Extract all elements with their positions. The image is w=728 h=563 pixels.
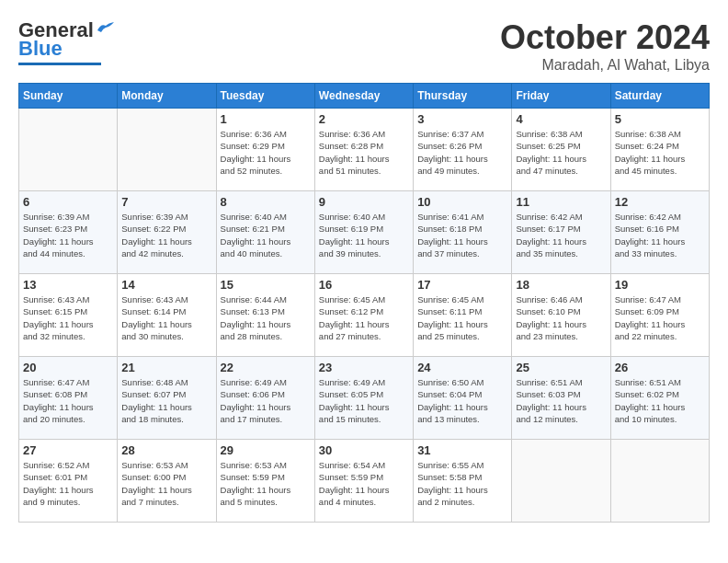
calendar-cell: 25Sunrise: 6:51 AM Sunset: 6:03 PM Dayli… — [512, 357, 610, 440]
calendar-cell — [610, 440, 709, 523]
calendar-cell: 4Sunrise: 6:38 AM Sunset: 6:25 PM Daylig… — [512, 109, 610, 191]
day-info: Sunrise: 6:41 AM Sunset: 6:18 PM Dayligh… — [417, 211, 507, 259]
calendar-week-row: 13Sunrise: 6:43 AM Sunset: 6:15 PM Dayli… — [19, 274, 710, 357]
calendar-week-row: 1Sunrise: 6:36 AM Sunset: 6:29 PM Daylig… — [19, 109, 710, 191]
day-number: 20 — [23, 361, 113, 374]
weekday-header: Tuesday — [216, 84, 314, 109]
day-info: Sunrise: 6:42 AM Sunset: 6:17 PM Dayligh… — [516, 211, 606, 259]
calendar-cell — [512, 440, 610, 523]
weekday-header: Sunday — [19, 84, 118, 109]
calendar-table: SundayMondayTuesdayWednesdayThursdayFrid… — [18, 83, 710, 523]
calendar-cell: 18Sunrise: 6:46 AM Sunset: 6:10 PM Dayli… — [512, 274, 610, 357]
day-number: 19 — [615, 278, 705, 292]
day-number: 8 — [221, 195, 311, 209]
day-info: Sunrise: 6:51 AM Sunset: 6:03 PM Dayligh… — [516, 376, 606, 425]
day-info: Sunrise: 6:50 AM Sunset: 6:04 PM Dayligh… — [417, 376, 507, 425]
calendar-cell: 21Sunrise: 6:48 AM Sunset: 6:07 PM Dayli… — [118, 357, 216, 440]
weekday-header: Friday — [512, 84, 610, 109]
calendar-cell: 5Sunrise: 6:38 AM Sunset: 6:24 PM Daylig… — [610, 109, 709, 191]
calendar-cell: 6Sunrise: 6:39 AM Sunset: 6:23 PM Daylig… — [19, 191, 118, 274]
day-info: Sunrise: 6:53 AM Sunset: 6:00 PM Dayligh… — [121, 459, 211, 508]
day-info: Sunrise: 6:37 AM Sunset: 6:26 PM Dayligh… — [417, 128, 507, 177]
day-number: 7 — [121, 195, 211, 209]
calendar-cell: 3Sunrise: 6:37 AM Sunset: 6:26 PM Daylig… — [414, 109, 512, 191]
day-info: Sunrise: 6:47 AM Sunset: 6:09 PM Dayligh… — [615, 293, 705, 342]
calendar-cell: 20Sunrise: 6:47 AM Sunset: 6:08 PM Dayli… — [19, 357, 118, 440]
calendar-cell — [118, 109, 216, 191]
day-info: Sunrise: 6:47 AM Sunset: 6:08 PM Dayligh… — [23, 376, 113, 425]
day-number: 1 — [221, 112, 311, 126]
day-info: Sunrise: 6:38 AM Sunset: 6:25 PM Dayligh… — [516, 128, 606, 177]
calendar-cell — [19, 109, 118, 191]
day-info: Sunrise: 6:39 AM Sunset: 6:22 PM Dayligh… — [121, 211, 211, 259]
day-number: 21 — [121, 361, 211, 374]
day-number: 14 — [121, 278, 211, 292]
calendar-cell: 15Sunrise: 6:44 AM Sunset: 6:13 PM Dayli… — [216, 274, 314, 357]
calendar-cell: 29Sunrise: 6:53 AM Sunset: 5:59 PM Dayli… — [216, 440, 314, 523]
day-number: 18 — [516, 278, 606, 292]
day-number: 16 — [319, 278, 409, 292]
location-subtitle: Maradah, Al Wahat, Libya — [500, 57, 710, 74]
calendar-cell: 17Sunrise: 6:45 AM Sunset: 6:11 PM Dayli… — [414, 274, 512, 357]
day-number: 12 — [615, 195, 705, 209]
weekday-header: Wednesday — [314, 84, 413, 109]
logo: General Blue — [18, 18, 116, 65]
day-info: Sunrise: 6:48 AM Sunset: 6:07 PM Dayligh… — [121, 376, 211, 425]
day-number: 22 — [221, 361, 311, 374]
calendar-cell: 10Sunrise: 6:41 AM Sunset: 6:18 PM Dayli… — [414, 191, 512, 274]
day-info: Sunrise: 6:43 AM Sunset: 6:14 PM Dayligh… — [121, 293, 211, 342]
day-number: 6 — [23, 195, 113, 209]
calendar-cell: 30Sunrise: 6:54 AM Sunset: 5:59 PM Dayli… — [314, 440, 413, 523]
day-info: Sunrise: 6:49 AM Sunset: 6:06 PM Dayligh… — [221, 376, 311, 425]
day-number: 27 — [23, 443, 113, 457]
calendar-cell: 19Sunrise: 6:47 AM Sunset: 6:09 PM Dayli… — [610, 274, 709, 357]
day-info: Sunrise: 6:52 AM Sunset: 6:01 PM Dayligh… — [23, 459, 113, 508]
calendar-cell: 22Sunrise: 6:49 AM Sunset: 6:06 PM Dayli… — [216, 357, 314, 440]
logo-underline — [18, 63, 101, 65]
calendar-cell: 1Sunrise: 6:36 AM Sunset: 6:29 PM Daylig… — [216, 109, 314, 191]
day-number: 30 — [319, 443, 409, 457]
calendar-cell: 31Sunrise: 6:55 AM Sunset: 5:58 PM Dayli… — [414, 440, 512, 523]
page-header: General Blue October 2024 Maradah, Al Wa… — [18, 18, 710, 74]
day-number: 25 — [516, 361, 606, 374]
day-info: Sunrise: 6:36 AM Sunset: 6:28 PM Dayligh… — [319, 128, 409, 177]
logo-bird-icon — [96, 21, 116, 36]
calendar-cell: 12Sunrise: 6:42 AM Sunset: 6:16 PM Dayli… — [610, 191, 709, 274]
day-info: Sunrise: 6:53 AM Sunset: 5:59 PM Dayligh… — [221, 459, 311, 508]
day-info: Sunrise: 6:49 AM Sunset: 6:05 PM Dayligh… — [319, 376, 409, 425]
day-info: Sunrise: 6:42 AM Sunset: 6:16 PM Dayligh… — [615, 211, 705, 259]
day-number: 15 — [221, 278, 311, 292]
day-info: Sunrise: 6:40 AM Sunset: 6:19 PM Dayligh… — [319, 211, 409, 259]
calendar-cell: 7Sunrise: 6:39 AM Sunset: 6:22 PM Daylig… — [118, 191, 216, 274]
day-info: Sunrise: 6:46 AM Sunset: 6:10 PM Dayligh… — [516, 293, 606, 342]
day-number: 11 — [516, 195, 606, 209]
logo-blue-text: Blue — [18, 37, 63, 61]
day-number: 5 — [615, 112, 705, 126]
day-info: Sunrise: 6:43 AM Sunset: 6:15 PM Dayligh… — [23, 293, 113, 342]
day-number: 2 — [319, 112, 409, 126]
day-info: Sunrise: 6:51 AM Sunset: 6:02 PM Dayligh… — [615, 376, 705, 425]
calendar-cell: 11Sunrise: 6:42 AM Sunset: 6:17 PM Dayli… — [512, 191, 610, 274]
day-number: 24 — [417, 361, 507, 374]
day-info: Sunrise: 6:39 AM Sunset: 6:23 PM Dayligh… — [23, 211, 113, 259]
calendar-cell: 16Sunrise: 6:45 AM Sunset: 6:12 PM Dayli… — [314, 274, 413, 357]
day-number: 26 — [615, 361, 705, 374]
day-info: Sunrise: 6:45 AM Sunset: 6:12 PM Dayligh… — [319, 293, 409, 342]
day-info: Sunrise: 6:55 AM Sunset: 5:58 PM Dayligh… — [417, 459, 507, 508]
calendar-cell: 8Sunrise: 6:40 AM Sunset: 6:21 PM Daylig… — [216, 191, 314, 274]
calendar-cell: 9Sunrise: 6:40 AM Sunset: 6:19 PM Daylig… — [314, 191, 413, 274]
day-number: 29 — [221, 443, 311, 457]
weekday-header: Monday — [118, 84, 216, 109]
month-title: October 2024 — [500, 18, 710, 57]
day-number: 31 — [417, 443, 507, 457]
calendar-week-row: 20Sunrise: 6:47 AM Sunset: 6:08 PM Dayli… — [19, 357, 710, 440]
day-number: 10 — [417, 195, 507, 209]
title-block: October 2024 Maradah, Al Wahat, Libya — [500, 18, 710, 74]
calendar-cell: 2Sunrise: 6:36 AM Sunset: 6:28 PM Daylig… — [314, 109, 413, 191]
calendar-week-row: 27Sunrise: 6:52 AM Sunset: 6:01 PM Dayli… — [19, 440, 710, 523]
day-number: 17 — [417, 278, 507, 292]
calendar-cell: 27Sunrise: 6:52 AM Sunset: 6:01 PM Dayli… — [19, 440, 118, 523]
calendar-week-row: 6Sunrise: 6:39 AM Sunset: 6:23 PM Daylig… — [19, 191, 710, 274]
calendar-cell: 24Sunrise: 6:50 AM Sunset: 6:04 PM Dayli… — [414, 357, 512, 440]
day-number: 28 — [121, 443, 211, 457]
